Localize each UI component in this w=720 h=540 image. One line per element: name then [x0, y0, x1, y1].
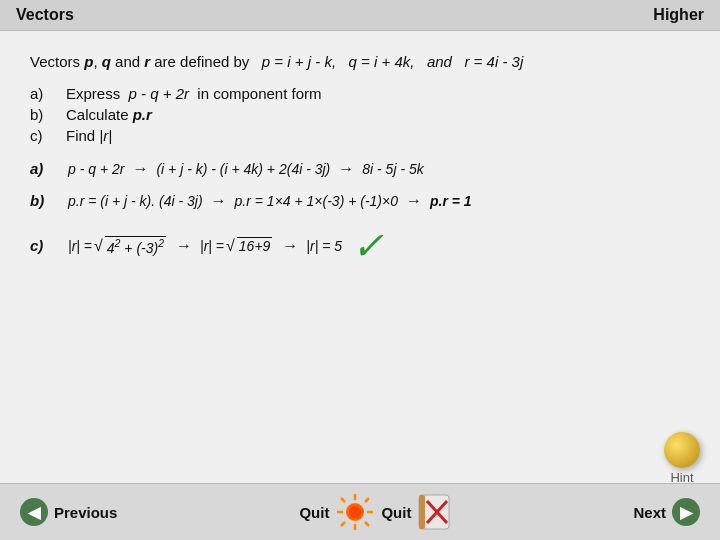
arrow-icon: →: [132, 160, 148, 178]
sun-icon: [335, 492, 375, 532]
quit-label-2[interactable]: Quit: [381, 504, 411, 521]
arrow-icon-3: →: [211, 192, 227, 210]
problem-statement: Vectors p, q and r are defined by p = i …: [30, 49, 690, 75]
header: Vectors Higher: [0, 0, 720, 31]
part-a-desc: a) Express p - q + 2r in component form: [30, 85, 690, 102]
previous-button[interactable]: ◀ Previous: [20, 498, 117, 526]
sol-label-b: b): [30, 192, 60, 209]
sol-a-math: p - q + 2r → (i + j - k) - (i + 4k) + 2(…: [68, 160, 424, 178]
next-label: Next: [633, 504, 666, 521]
sol-label-a: a): [30, 160, 60, 177]
sol-label-c: c): [30, 237, 60, 254]
svg-line-6: [365, 498, 369, 502]
hint-area: Hint: [664, 432, 700, 485]
main-content: Vectors p, q and r are defined by p = i …: [0, 31, 720, 292]
quit-sun-button[interactable]: [335, 492, 375, 532]
part-c-desc: c) Find |r|: [30, 127, 690, 144]
svg-line-5: [365, 522, 369, 526]
previous-label: Previous: [54, 504, 117, 521]
arrow-icon-6: →: [282, 237, 298, 255]
quit-section: Quit Quit: [299, 492, 451, 532]
quit-label-1[interactable]: Quit: [299, 504, 329, 521]
next-arrow-icon: ▶: [672, 498, 700, 526]
notebook-icon: [417, 493, 451, 531]
sqrt-2: √ 16+9: [226, 237, 272, 254]
header-title: Vectors: [16, 6, 74, 24]
svg-point-9: [349, 506, 361, 518]
solution-row-a: a) p - q + 2r → (i + j - k) - (i + 4k) +…: [30, 160, 690, 178]
check-icon: ✓: [352, 224, 384, 268]
solutions: a) p - q + 2r → (i + j - k) - (i + 4k) +…: [30, 160, 690, 268]
part-b-desc: b) Calculate p.r: [30, 106, 690, 123]
footer: ◀ Previous Quit Quit: [0, 483, 720, 540]
header-right: Higher: [653, 6, 704, 24]
arrow-icon-2: →: [338, 160, 354, 178]
sol-c-math: |r| = √ 42 + (-3)2 → |r| = √ 16+9 → |r| …: [68, 224, 384, 268]
svg-rect-11: [419, 495, 425, 529]
intro-text: Vectors p, q and r are defined by p = i …: [30, 53, 523, 70]
previous-arrow-icon: ◀: [20, 498, 48, 526]
sol-b-math: p.r = (i + j - k). (4i - 3j) → p.r = 1×4…: [68, 192, 472, 210]
svg-line-7: [341, 522, 345, 526]
arrow-icon-5: →: [176, 237, 192, 255]
quit-notebook-button[interactable]: [417, 493, 451, 531]
solution-row-b: b) p.r = (i + j - k). (4i - 3j) → p.r = …: [30, 192, 690, 210]
arrow-icon-4: →: [406, 192, 422, 210]
hint-ball: [664, 432, 700, 468]
svg-line-4: [341, 498, 345, 502]
next-button[interactable]: Next ▶: [633, 498, 700, 526]
solution-row-c: c) |r| = √ 42 + (-3)2 → |r| = √ 16+9 → |…: [30, 224, 690, 268]
sqrt-1: √ 42 + (-3)2: [94, 236, 166, 256]
